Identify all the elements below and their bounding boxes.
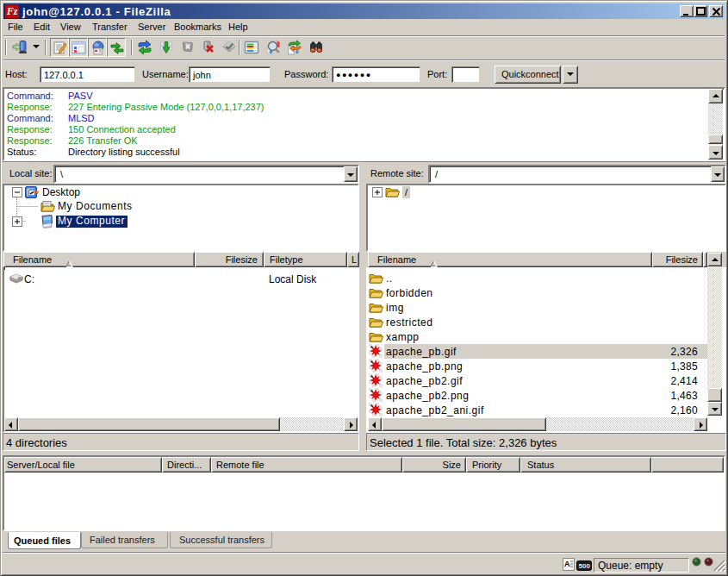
- svg-text:500: 500: [579, 562, 591, 570]
- svg-text:A: A: [564, 560, 570, 568]
